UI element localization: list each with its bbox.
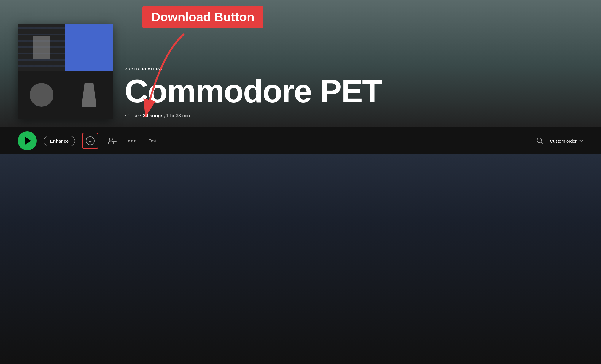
art-cell-4: [65, 71, 113, 119]
playlist-art: [18, 24, 113, 119]
playlist-title: Commodore PET: [125, 75, 583, 107]
controls-bar: Enhance ••• Text Custom order: [0, 127, 601, 154]
songs-count: 20 songs,: [143, 113, 165, 118]
custom-order-label: Custom order: [550, 138, 577, 143]
playlist-type-label: PUBLIC PLAYLIST: [125, 67, 583, 71]
art-cell-3: [18, 71, 65, 119]
add-person-button[interactable]: [105, 134, 118, 147]
playlist-info: PUBLIC PLAYLIST Commodore PET • 1 like •…: [125, 67, 583, 119]
custom-order-button[interactable]: Custom order: [550, 138, 583, 143]
more-dots: •••: [128, 137, 136, 145]
text-label: Text: [149, 138, 157, 143]
hero-section: PUBLIC PLAYLIST Commodore PET • 1 like •…: [0, 0, 601, 127]
add-person-icon: [107, 136, 117, 146]
svg-line-7: [541, 142, 543, 144]
art-cell-2: [65, 24, 113, 71]
playlist-meta: • 1 like • 20 songs, 1 hr 33 min: [125, 113, 583, 119]
search-icon: [536, 137, 544, 145]
search-button[interactable]: [536, 137, 544, 145]
duration: 1 hr 33 min: [166, 113, 190, 118]
play-button[interactable]: [18, 131, 37, 150]
annotation-label: Download Button: [142, 6, 263, 28]
annotation-container: Download Button: [142, 6, 263, 28]
chevron-down-icon: [579, 139, 583, 143]
svg-point-3: [109, 138, 112, 141]
controls-right: Custom order: [536, 137, 583, 145]
enhance-button[interactable]: Enhance: [44, 136, 75, 146]
more-options-button[interactable]: •••: [125, 137, 139, 145]
download-icon: [85, 136, 95, 146]
play-icon: [25, 137, 31, 145]
art-cell-1: [18, 24, 65, 71]
download-button[interactable]: [82, 133, 98, 149]
likes-count: 1 like: [128, 113, 139, 118]
